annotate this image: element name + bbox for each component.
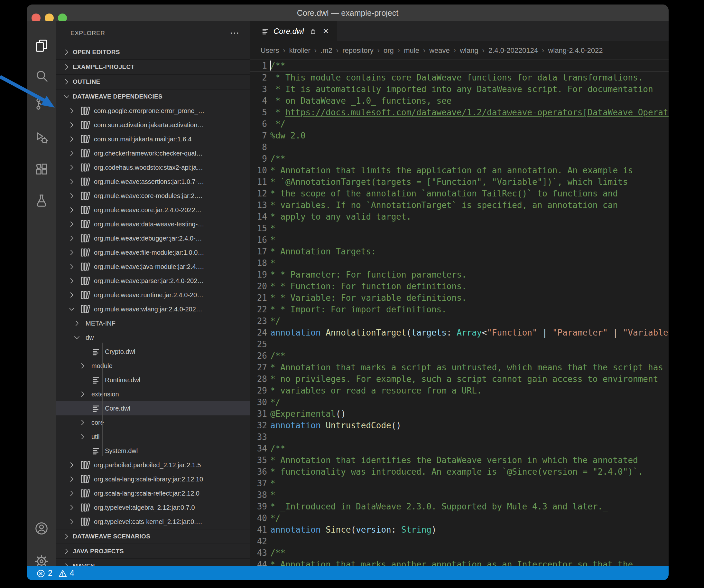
code-text: * * Variable: For variable definitions. bbox=[270, 292, 668, 304]
tree-item[interactable]: org.mule.weave:assertions:jar:1.0.7-… bbox=[56, 174, 250, 189]
window-title: Core.dwl — example-project bbox=[297, 8, 398, 18]
tree-item[interactable]: module bbox=[56, 359, 250, 373]
line-number: 3 bbox=[250, 84, 267, 95]
close-icon[interactable]: ✕ bbox=[323, 27, 329, 36]
tree-item[interactable]: Crypto.dwl bbox=[56, 344, 250, 359]
tree-item[interactable]: org.typelevel:cats-kernel_2.12:jar:0.… bbox=[56, 515, 250, 529]
tree-item[interactable]: org.mule.weave:core:jar:2.4.0-2022… bbox=[56, 203, 250, 217]
section-header[interactable]: OUTLINE bbox=[56, 74, 250, 89]
section-header[interactable]: JAVA PROJECTS bbox=[56, 544, 250, 558]
library-icon bbox=[80, 262, 90, 271]
code-text: */ bbox=[270, 118, 668, 130]
line-number: 25 bbox=[250, 338, 267, 350]
breadcrumb-item[interactable]: .m2 bbox=[320, 46, 332, 55]
line-number: 9 bbox=[250, 153, 267, 165]
more-actions-icon[interactable]: ⋯ bbox=[230, 27, 239, 38]
tree-item-label: OPEN EDITORS bbox=[73, 49, 120, 56]
error-icon bbox=[36, 568, 48, 578]
chevron-right-icon bbox=[62, 48, 71, 56]
tree-item[interactable]: org.scala-lang:scala-library:jar:2.12.10 bbox=[56, 472, 250, 486]
account-icon[interactable] bbox=[34, 521, 49, 536]
chevron-right-icon bbox=[62, 562, 71, 566]
testing-icon[interactable] bbox=[34, 193, 49, 208]
library-icon bbox=[80, 163, 90, 172]
breadcrumb-item[interactable]: mule bbox=[404, 46, 419, 55]
code-text bbox=[270, 338, 668, 350]
text-cursor bbox=[270, 60, 271, 70]
breadcrumb-item[interactable]: 2.4.0-20220124 bbox=[488, 46, 538, 55]
breadcrumb-item[interactable]: repository bbox=[342, 46, 373, 55]
chevron-right-icon bbox=[68, 518, 76, 526]
tree-item[interactable]: org.scala-lang:scala-reflect:jar:2.12.0 bbox=[56, 486, 250, 500]
tree-item[interactable]: Runtime.dwl bbox=[56, 373, 250, 387]
tree-item-label: util bbox=[92, 433, 100, 440]
tree-item[interactable]: util bbox=[56, 430, 250, 444]
tree-item[interactable]: extension bbox=[56, 387, 250, 401]
tree-item[interactable]: org.parboiled:parboiled_2.12:jar:2.1.5 bbox=[56, 458, 250, 472]
explorer-icon[interactable] bbox=[34, 38, 49, 53]
tree-item[interactable]: System.dwl bbox=[56, 444, 250, 458]
problems-errors[interactable]: 2 bbox=[36, 568, 52, 578]
code-text: /** bbox=[270, 60, 668, 71]
breadcrumb-separator: › bbox=[454, 46, 456, 55]
tree-item[interactable]: org.mule.weave:file-module:jar:1.0.0… bbox=[56, 246, 250, 260]
tree-item[interactable]: org.mule.weave:wlang:jar:2.4.0-202… bbox=[56, 302, 250, 316]
tree-item[interactable]: org.mule.weave:runtime:jar:2.4.0-20… bbox=[56, 288, 250, 302]
library-icon bbox=[80, 205, 90, 215]
section-header[interactable]: EXAMPLE-PROJECT bbox=[56, 59, 250, 74]
code-text: * functionality was introduced. An examp… bbox=[270, 466, 668, 478]
code-text bbox=[270, 141, 668, 153]
section-header[interactable]: MAVEN bbox=[56, 558, 250, 566]
tree-item[interactable]: org.mule.weave:java-module:jar:2.4.… bbox=[56, 260, 250, 274]
line-number: 2 bbox=[250, 72, 267, 84]
tree-item[interactable]: Core.dwl bbox=[56, 401, 250, 415]
tree-item[interactable]: com.sun.activation:jakarta.activation… bbox=[56, 118, 250, 132]
chevron-right-icon bbox=[68, 291, 76, 299]
tree-item[interactable]: org.typelevel:algebra_2.12:jar:0.7.0 bbox=[56, 500, 250, 515]
tab-core-dwl[interactable]: Core.dwl ✕ bbox=[250, 21, 337, 41]
code-text: * Annotation that limits the application… bbox=[270, 165, 668, 176]
tree-item[interactable]: org.mule.weave:core-modules:jar:2.… bbox=[56, 189, 250, 203]
source-control-icon[interactable] bbox=[34, 97, 49, 111]
code-line: 30*/ bbox=[250, 396, 668, 408]
run-debug-icon[interactable] bbox=[34, 130, 49, 145]
chevron-right-icon bbox=[68, 192, 76, 200]
line-number: 37 bbox=[250, 478, 267, 489]
code-line: 23*/ bbox=[250, 315, 668, 327]
breadcrumb-item[interactable]: Users bbox=[260, 46, 279, 55]
breadcrumb-item[interactable]: wlang-2.4.0-2022 bbox=[548, 46, 603, 55]
tree-item[interactable]: core bbox=[56, 415, 250, 430]
tree-item[interactable]: org.mule.weave:data-weave-testing-… bbox=[56, 217, 250, 231]
breadcrumb-item[interactable]: wlang bbox=[460, 46, 478, 55]
code-area[interactable]: 1/**2 * This module contains core DataWe… bbox=[250, 60, 668, 566]
tree-item[interactable]: org.codehaus.woodstox:stax2-api:ja… bbox=[56, 160, 250, 174]
tree-item-label: MAVEN bbox=[73, 563, 95, 566]
library-icon bbox=[80, 106, 90, 116]
tree-item[interactable]: com.sun.mail:jakarta.mail:jar:1.6.4 bbox=[56, 132, 250, 146]
search-icon[interactable] bbox=[34, 68, 49, 83]
tree-item-label: org.codehaus.woodstox:stax2-api:ja… bbox=[94, 164, 203, 171]
section-header[interactable]: OPEN EDITORS bbox=[56, 45, 250, 59]
section-header[interactable]: DATAWEAVE DEPENDENCIES bbox=[56, 89, 250, 104]
tree-item-label: org.mule.weave:debugger:jar:2.4.0-… bbox=[94, 235, 202, 242]
tree-item-label: org.mule.weave:file-module:jar:1.0.0… bbox=[94, 249, 204, 256]
tree-item[interactable]: META-INF bbox=[56, 316, 250, 330]
code-line: 5 * https://docs.mulesoft.com/dataweave/… bbox=[250, 107, 668, 118]
library-icon bbox=[80, 304, 90, 314]
tree-item[interactable]: org.mule.weave:debugger:jar:2.4.0-… bbox=[56, 231, 250, 246]
tree-item[interactable]: org.mule.weave:parser:jar:2.4.0-202… bbox=[56, 274, 250, 288]
breadcrumb-item[interactable]: org bbox=[384, 46, 394, 55]
tree-item[interactable]: dw bbox=[56, 330, 250, 344]
problems-warnings[interactable]: 4 bbox=[58, 568, 74, 578]
breadcrumb-item[interactable]: ktroller bbox=[289, 46, 310, 55]
section-header[interactable]: DATAWEAVE SCENARIOS bbox=[56, 529, 250, 544]
extensions-icon[interactable] bbox=[34, 162, 49, 176]
tree-item-label: System.dwl bbox=[105, 447, 138, 455]
breadcrumb-item[interactable]: weave bbox=[429, 46, 450, 55]
code-text: * the scope of the annotation `annotatio… bbox=[270, 188, 668, 199]
chevron-down-icon bbox=[62, 93, 71, 101]
line-number: 38 bbox=[250, 489, 267, 501]
tree-item[interactable]: com.google.errorprone:error_prone_… bbox=[56, 104, 250, 118]
tree-item[interactable]: org.checkerframework:checker-qual… bbox=[56, 146, 250, 160]
code-line: 43/** bbox=[250, 547, 668, 559]
